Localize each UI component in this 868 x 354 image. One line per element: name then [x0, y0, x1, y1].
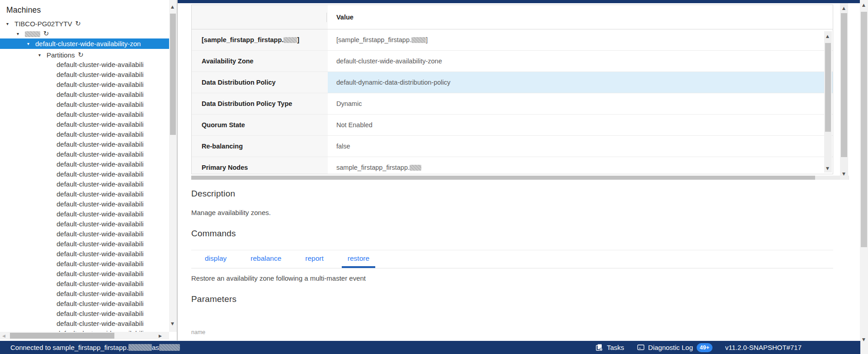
partition-item[interactable]: default-cluster-wide-availabili	[0, 309, 169, 319]
scroll-up-icon[interactable]: ▲	[171, 5, 174, 9]
partition-item[interactable]: default-cluster-wide-availabili	[0, 319, 169, 329]
refresh-icon[interactable]: ↻	[75, 20, 81, 27]
scroll-right-icon[interactable]: ▶	[159, 334, 162, 338]
app-window: Machines ▾TIBCO-PG02TYTV↻▾↻▾default-clus…	[0, 0, 868, 354]
sidebar-horizontal-scrollbar[interactable]: ◀ ▶	[0, 332, 169, 340]
partition-item[interactable]: default-cluster-wide-availabili	[0, 179, 169, 189]
property-row[interactable]: Data Distribution Policydefault-dynamic-…	[192, 72, 833, 93]
partition-item[interactable]: default-cluster-wide-availabili	[0, 159, 169, 169]
property-row[interactable]: Quorum StateNot Enabled	[192, 115, 833, 136]
property-row[interactable]: Availability Zonedefault-cluster-wide-av…	[192, 51, 833, 72]
page-vscroll-thumb[interactable]	[861, 12, 867, 247]
tree-node-partitions[interactable]: ▾Partitions↻	[0, 50, 169, 60]
table-vscroll-thumb[interactable]	[825, 43, 831, 132]
property-value: [sample_firstapp_firstapp.]	[328, 29, 833, 50]
description-text: Manage availability zones.	[191, 209, 271, 216]
tree-node-label: TIBCO-PG02TYTV	[14, 20, 72, 28]
partition-item[interactable]: default-cluster-wide-availabili	[0, 120, 169, 129]
diagnostic-log-label: Diagnostic Log	[648, 344, 693, 351]
partition-item[interactable]: default-cluster-wide-availabili	[0, 239, 169, 249]
scroll-down-icon[interactable]: ▼	[171, 321, 174, 326]
availability-zone-properties-table: Value [sample_firstapp_firstapp.][sample…	[191, 5, 833, 174]
caret-down-icon[interactable]: ▾	[38, 53, 47, 57]
partition-item[interactable]: default-cluster-wide-availabili	[0, 139, 169, 149]
parameter-name-label: name	[191, 329, 205, 335]
table-header-name-column	[192, 5, 328, 29]
tab-restore[interactable]: restore	[342, 251, 375, 268]
table-header-value-column: Value	[328, 5, 833, 29]
partition-item[interactable]: default-cluster-wide-availabili	[0, 189, 169, 199]
property-name: Re-balancing	[192, 136, 328, 157]
partition-item[interactable]: default-cluster-wide-availabili	[0, 279, 169, 289]
property-value: default-cluster-wide-availability-zone	[328, 51, 833, 72]
top-accent-strip	[178, 0, 860, 3]
tab-report[interactable]: report	[299, 250, 330, 267]
tab-rebalance[interactable]: rebalance	[245, 250, 287, 267]
scroll-down-icon[interactable]: ▼	[862, 337, 865, 342]
partition-item[interactable]: default-cluster-wide-availabili	[0, 169, 169, 179]
refresh-icon[interactable]: ↻	[43, 30, 49, 37]
status-right-items: Tasks Diagnostic Log 49+ v11.2.0-SNAPSHO…	[595, 343, 860, 352]
property-row[interactable]: Re-balancingfalse	[192, 136, 833, 157]
sidebar-vscroll-thumb[interactable]	[170, 14, 176, 135]
version-label: v11.2.0-SNAPSHOT#717	[725, 344, 802, 351]
partition-item[interactable]: default-cluster-wide-availabili	[0, 80, 169, 90]
parameters-heading: Parameters	[191, 294, 236, 304]
partition-item[interactable]: default-cluster-wide-availabili	[0, 289, 169, 299]
property-value: false	[328, 136, 833, 157]
content-vscroll-thumb[interactable]	[841, 13, 847, 157]
partition-item[interactable]: default-cluster-wide-availabili	[0, 110, 169, 120]
sidebar-hscroll-thumb[interactable]	[10, 333, 114, 339]
redacted-text	[283, 37, 297, 43]
diagnostic-log-icon	[637, 344, 645, 351]
partition-item[interactable]: default-cluster-wide-availabili	[0, 129, 169, 139]
content-vertical-scrollbar[interactable]: ▲ ▼	[840, 3, 848, 180]
scroll-up-icon[interactable]: ▲	[826, 34, 829, 38]
partition-item[interactable]: default-cluster-wide-availabili	[0, 299, 169, 309]
partition-item[interactable]: default-cluster-wide-availabili	[0, 90, 169, 100]
partition-item[interactable]: default-cluster-wide-availabili	[0, 199, 169, 209]
page-vertical-scrollbar[interactable]: ▲ ▼	[860, 0, 868, 354]
partition-item[interactable]: default-cluster-wide-availabili	[0, 209, 169, 219]
commands-heading: Commands	[191, 229, 236, 239]
property-name: [sample_firstapp_firstapp.]	[192, 29, 328, 50]
property-row[interactable]: Data Distribution Policy TypeDynamic	[192, 93, 833, 115]
partition-item[interactable]: default-cluster-wide-availabili	[0, 219, 169, 229]
sidebar-vertical-scrollbar[interactable]: ▲ ▼	[169, 0, 177, 332]
refresh-icon[interactable]: ↻	[78, 51, 84, 58]
tab-display[interactable]: display	[199, 250, 232, 267]
column-divider[interactable]	[326, 13, 327, 22]
tree-node-redacted[interactable]: ▾↻	[0, 29, 169, 38]
partition-item[interactable]: default-cluster-wide-availabili	[0, 269, 169, 279]
caret-down-icon[interactable]: ▾	[27, 41, 35, 46]
main-panel: Value [sample_firstapp_firstapp.][sample…	[178, 0, 860, 340]
diagnostic-log-button[interactable]: Diagnostic Log 49+	[637, 343, 712, 352]
caret-down-icon[interactable]: ▾	[17, 31, 25, 36]
partition-item[interactable]: default-cluster-wide-availabili	[0, 259, 169, 269]
partition-item[interactable]: default-cluster-wide-availabili	[0, 149, 169, 159]
scroll-down-icon[interactable]: ▼	[842, 172, 845, 176]
scroll-left-icon[interactable]: ◀	[2, 334, 5, 338]
scroll-up-icon[interactable]: ▲	[862, 3, 865, 7]
partition-item[interactable]: default-cluster-wide-availabili	[0, 229, 169, 239]
tree-node-tibco-pg02tytv[interactable]: ▾TIBCO-PG02TYTV↻	[0, 19, 169, 29]
table-hscroll-thumb[interactable]	[191, 176, 815, 180]
table-horizontal-scrollbar[interactable]	[191, 176, 849, 180]
tree-node-default-cluster-wide-availabilit[interactable]: ▾default-cluster-wide-availability-zon	[0, 38, 169, 49]
property-row[interactable]: Primary Nodessample_firstapp_firstapp.	[192, 157, 833, 174]
redacted-text	[411, 37, 426, 43]
description-heading: Description	[191, 189, 235, 199]
table-vertical-scrollbar[interactable]: ▲ ▼	[824, 31, 832, 172]
partition-item[interactable]: default-cluster-wide-availabili	[0, 70, 169, 80]
scroll-up-icon[interactable]: ▲	[842, 6, 845, 10]
machines-sidebar: Machines ▾TIBCO-PG02TYTV↻▾↻▾default-clus…	[0, 0, 169, 340]
partition-item[interactable]: default-cluster-wide-availabili	[0, 249, 169, 259]
partition-item[interactable]: default-cluster-wide-availabili	[0, 100, 169, 110]
property-row[interactable]: [sample_firstapp_firstapp.][sample_first…	[192, 29, 833, 51]
tasks-button[interactable]: Tasks	[595, 344, 624, 351]
caret-down-icon[interactable]: ▾	[6, 21, 14, 26]
tree-node-label: default-cluster-wide-availability-zon	[35, 40, 141, 48]
redacted-text	[410, 165, 421, 171]
partition-item[interactable]: default-cluster-wide-availabili	[0, 60, 169, 70]
scroll-down-icon[interactable]: ▼	[826, 166, 829, 171]
